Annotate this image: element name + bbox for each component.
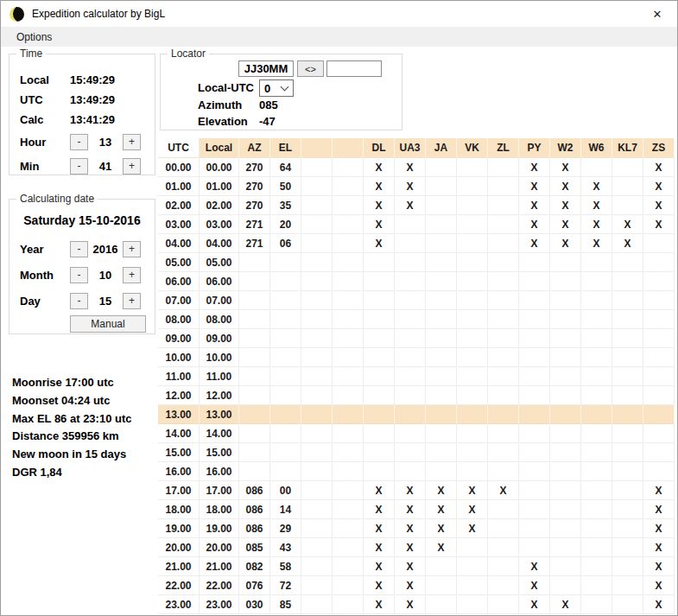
table-cell xyxy=(395,215,426,234)
local-time-label: Local xyxy=(20,73,70,86)
table-cell xyxy=(612,386,643,405)
table-cell: 06.00 xyxy=(200,272,239,291)
table-cell xyxy=(519,500,550,519)
table-cell xyxy=(426,253,457,272)
table-cell xyxy=(488,272,519,291)
min-plus-button[interactable]: + xyxy=(123,158,141,175)
table-cell: X xyxy=(395,158,426,177)
table-cell: 10.00 xyxy=(200,348,239,367)
close-button[interactable]: ✕ xyxy=(637,1,677,27)
month-stepper: Month - 10 + xyxy=(20,262,155,288)
day-minus-button[interactable]: - xyxy=(70,293,88,309)
table-cell xyxy=(488,519,519,538)
table-cell: X xyxy=(519,215,550,234)
window-title: Expedition calculator by BigL xyxy=(32,8,165,20)
table-cell: 23.00 xyxy=(158,595,200,614)
table-cell xyxy=(333,595,364,614)
table-cell: 270 xyxy=(239,158,270,177)
locator-input[interactable] xyxy=(238,60,294,77)
year-minus-button[interactable]: - xyxy=(70,241,88,257)
manual-button[interactable]: Manual xyxy=(70,315,146,333)
menu-options[interactable]: Options xyxy=(13,29,55,45)
table-cell xyxy=(457,538,488,557)
table-cell xyxy=(301,538,333,557)
table-cell: X xyxy=(550,595,581,614)
target-locator-input[interactable] xyxy=(326,60,382,77)
table-cell: X xyxy=(395,177,426,196)
table-cell: 270 xyxy=(239,177,270,196)
table-cell xyxy=(581,329,612,348)
table-cell xyxy=(270,348,301,367)
table-cell xyxy=(519,291,550,310)
moon-table: UTCLocalAZELDLUA3JAVKZLPYW2W6KL7ZS00.000… xyxy=(158,138,675,614)
table-cell xyxy=(488,386,519,405)
table-cell xyxy=(519,462,550,481)
local-time-row: Local 15:49:29 xyxy=(20,70,155,90)
table-row: 10.0010.00 xyxy=(158,348,675,367)
table-cell xyxy=(426,348,457,367)
header-cell: UA3 xyxy=(395,138,426,158)
table-cell: X xyxy=(364,177,395,196)
table-cell xyxy=(239,310,270,329)
table-cell xyxy=(612,177,643,196)
table-row: 02.0002.0027035XXXXXX xyxy=(158,196,675,215)
local-utc-label: Local-UTC xyxy=(198,81,254,94)
table-cell xyxy=(333,348,364,367)
table-cell: 086 xyxy=(239,481,270,500)
table-cell xyxy=(270,405,301,424)
hour-value: 13 xyxy=(88,136,123,149)
table-cell xyxy=(612,310,643,329)
time-caption: Time xyxy=(16,48,46,60)
table-row: 16.0016.00 xyxy=(158,462,675,481)
table-cell xyxy=(301,557,333,576)
table-cell xyxy=(426,329,457,348)
table-cell xyxy=(333,177,364,196)
table-cell xyxy=(612,576,643,595)
table-cell xyxy=(519,405,550,424)
table-cell: 00.00 xyxy=(158,158,200,177)
table-cell: 07.00 xyxy=(158,291,200,310)
table-cell xyxy=(488,177,519,196)
table-cell xyxy=(643,272,675,291)
table-row: 14.0014.00 xyxy=(158,424,675,443)
day-value: 15 xyxy=(88,295,123,308)
header-cell: UTC xyxy=(158,138,200,158)
table-cell: 05.00 xyxy=(200,253,239,272)
hour-minus-button[interactable]: - xyxy=(70,134,88,150)
table-cell xyxy=(488,424,519,443)
year-plus-button[interactable]: + xyxy=(123,241,141,257)
table-cell xyxy=(550,576,581,595)
info-line: Moonset 04:24 utc xyxy=(12,392,159,410)
table-cell: 22.00 xyxy=(200,576,239,595)
table-cell xyxy=(612,196,643,215)
menu-bar: Options xyxy=(1,27,677,47)
local-utc-dropdown[interactable]: 0 xyxy=(259,79,294,97)
table-cell: X xyxy=(395,519,426,538)
table-cell xyxy=(612,424,643,443)
table-cell: 09.00 xyxy=(200,329,239,348)
table-cell xyxy=(364,291,395,310)
table-row: 00.0000.0027064XXXXX xyxy=(158,158,675,177)
table-cell xyxy=(301,595,333,614)
table-cell xyxy=(612,557,643,576)
table-cell xyxy=(457,177,488,196)
table-cell xyxy=(581,291,612,310)
month-minus-button[interactable]: - xyxy=(70,267,88,283)
hour-plus-button[interactable]: + xyxy=(123,134,141,150)
local-time-value: 15:49:29 xyxy=(70,73,115,86)
table-cell: X xyxy=(643,177,675,196)
locator-swap-button[interactable]: <> xyxy=(297,60,324,77)
table-cell: 03.00 xyxy=(158,215,200,234)
year-label: Year xyxy=(20,243,70,256)
table-cell xyxy=(581,519,612,538)
table-cell xyxy=(488,196,519,215)
table-cell xyxy=(364,310,395,329)
hour-stepper: Hour - 13 + xyxy=(20,130,155,154)
table-cell xyxy=(333,234,364,253)
day-plus-button[interactable]: + xyxy=(123,293,141,309)
month-plus-button[interactable]: + xyxy=(123,267,141,283)
table-cell: 02.00 xyxy=(158,196,200,215)
table-cell xyxy=(581,576,612,595)
table-cell: X xyxy=(519,158,550,177)
min-minus-button[interactable]: - xyxy=(70,158,88,175)
